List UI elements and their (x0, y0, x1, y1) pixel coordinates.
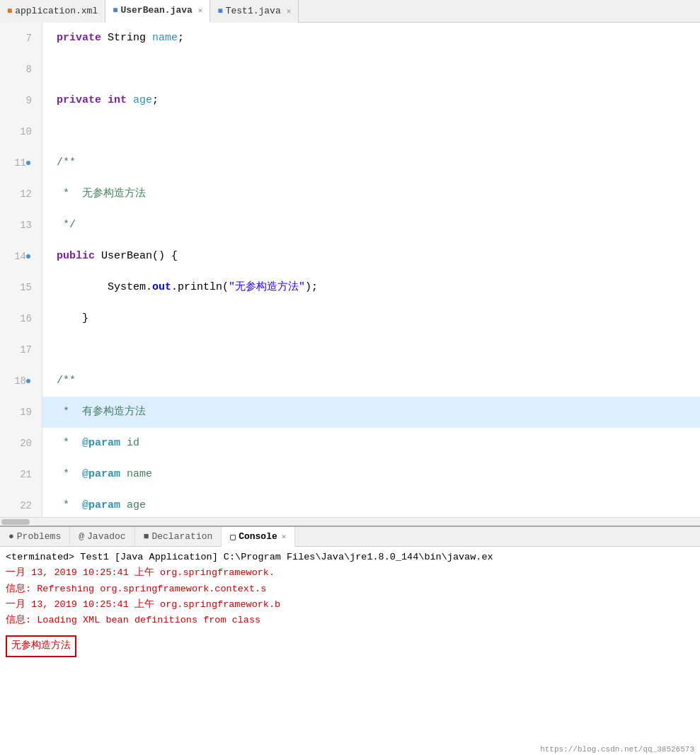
param-21: @param (82, 459, 120, 490)
code-line-16: } (42, 303, 700, 334)
string-15: "无参构造方法" (229, 272, 305, 303)
tab-declaration[interactable]: ■ Declaration (135, 527, 222, 547)
line-num-17: 17 (6, 334, 36, 365)
code-line-14: public UserBean() { (42, 241, 700, 272)
type-string-7: String (108, 23, 146, 54)
tab-javadoc[interactable]: @ Javadoc (70, 527, 134, 547)
line-num-14: 14 (6, 241, 36, 272)
code-container: 7 8 9 10 11 12 13 14 15 16 17 18 19 20 2… (0, 23, 700, 517)
code-line-20: * @param id (42, 428, 700, 459)
line-num-21: 21 (6, 459, 36, 490)
tab-label-problems: Problems (17, 531, 61, 542)
code-line-17 (42, 334, 700, 365)
paren-14: () { (152, 241, 178, 272)
javadoc-open-11: /** (57, 147, 76, 178)
keyword-int-9: int (108, 85, 127, 116)
tab-close-console[interactable]: ✕ (282, 532, 287, 541)
keyword-private-7: private (57, 23, 101, 54)
line-num-20: 20 (6, 428, 36, 459)
tab-userbean-java[interactable]: ■ UserBean.java ✕ (105, 0, 210, 23)
code-line-10 (42, 116, 700, 147)
code-line-22: * @param age (42, 490, 700, 517)
console-icon: ▢ (230, 531, 236, 543)
param-val-21: name (120, 459, 152, 490)
javadoc-22: * (57, 490, 82, 517)
java-icon-test1: ■ (217, 6, 222, 16)
line-num-8: 8 (6, 54, 36, 85)
javadoc-19: * 有参构造方法 (57, 397, 146, 428)
xml-icon: ■ (7, 6, 12, 16)
line-num-18: 18 (6, 365, 36, 397)
code-line-11: /** (42, 147, 700, 178)
panel-tabs: ● Problems @ Javadoc ■ Declaration ▢ Con… (0, 527, 700, 547)
line-num-12: 12 (6, 178, 36, 210)
line-num-15: 15 (6, 272, 36, 303)
code-line-15: System.out.println("无参构造方法"); (42, 272, 700, 303)
code-line-12: * 无参构造方法 (42, 178, 700, 210)
system-15: System. (57, 272, 152, 303)
tab-label-userbean-java: UserBean.java (120, 5, 192, 16)
javadoc-12: * 无参构造方法 (57, 178, 146, 210)
line-numbers: 7 8 9 10 11 12 13 14 15 16 17 18 19 20 2… (0, 23, 42, 517)
tab-label-console: Console (239, 531, 277, 542)
console-line-1: 一月 13, 2019 10:25:41 上午 org.springframew… (6, 565, 694, 581)
var-name-7: name (152, 23, 178, 54)
scrollbar-thumb[interactable] (1, 519, 30, 525)
tab-close-userbean[interactable]: ✕ (198, 6, 203, 15)
console-terminated-line: <terminated> Test1 [Java Application] C:… (6, 550, 694, 565)
horizontal-scrollbar[interactable] (0, 517, 700, 526)
line-num-16: 16 (6, 303, 36, 334)
line-num-9: 9 (6, 85, 36, 116)
bottom-panel: ● Problems @ Javadoc ■ Declaration ▢ Con… (0, 526, 700, 755)
editor-area: 7 8 9 10 11 12 13 14 15 16 17 18 19 20 2… (0, 23, 700, 526)
tab-close-test1[interactable]: ✕ (287, 6, 292, 16)
close-15: ); (305, 272, 318, 303)
out-15: out (152, 272, 171, 303)
watermark: https://blog.csdn.net/qq_38526573 (0, 744, 700, 755)
semicolon-9: ; (152, 85, 159, 116)
tab-label-javadoc: Javadoc (87, 531, 126, 542)
javadoc-21: * (57, 459, 82, 490)
console-output-area: 无参构造方法 (6, 632, 694, 657)
tab-bar: ■ application.xml ■ UserBean.java ✕ ■ Te… (0, 0, 700, 23)
tab-application-xml[interactable]: ■ application.xml (0, 0, 105, 23)
code-line-8 (42, 54, 700, 85)
constructor-name-14: UserBean (101, 241, 152, 272)
code-line-19: * 有参构造方法 (42, 397, 700, 428)
problems-icon: ● (8, 531, 14, 542)
line-num-22: 22 (6, 490, 36, 517)
tab-label-declaration: Declaration (151, 531, 212, 542)
console-line-2: 信息: Refreshing org.springframework.conte… (6, 581, 694, 597)
javadoc-icon: @ (79, 531, 84, 542)
code-line-21: * @param name (42, 459, 700, 490)
param-val-20: id (120, 428, 139, 459)
line-num-13: 13 (6, 210, 36, 241)
javadoc-close-13: */ (57, 210, 76, 241)
keyword-private-9: private (57, 85, 101, 116)
console-line-3: 一月 13, 2019 10:25:41 上午 org.springframew… (6, 597, 694, 613)
console-output-box: 无参构造方法 (6, 635, 76, 657)
tab-test1-java[interactable]: ■ Test1.java ✕ (210, 0, 299, 23)
code-line-9: private int age; (42, 85, 700, 116)
param-val-22: age (120, 490, 146, 517)
tab-console[interactable]: ▢ Console ✕ (222, 527, 295, 547)
keyword-public-14: public (57, 241, 95, 272)
console-line-4: 信息: Loading XML bean definitions from cl… (6, 613, 694, 628)
line-num-7: 7 (6, 23, 36, 54)
declaration-icon: ■ (144, 531, 149, 542)
code-line-7: private String name; (42, 23, 700, 54)
tab-label-test1-java: Test1.java (226, 6, 281, 16)
param-22: @param (82, 490, 120, 517)
line-num-10: 10 (6, 116, 36, 147)
var-age-9: age (133, 85, 152, 116)
console-content: <terminated> Test1 [Java Application] C:… (0, 547, 700, 744)
code-line-13: */ (42, 210, 700, 241)
code-line-18: /** (42, 365, 700, 397)
brace-close-16: } (57, 303, 88, 334)
line-num-19: 19 (6, 397, 36, 428)
tab-label-application-xml: application.xml (15, 6, 98, 16)
code-lines[interactable]: private String name; private int age; /*… (42, 23, 700, 517)
semicolon-7: ; (178, 23, 184, 54)
line-num-11: 11 (6, 147, 36, 178)
tab-problems[interactable]: ● Problems (0, 527, 70, 547)
